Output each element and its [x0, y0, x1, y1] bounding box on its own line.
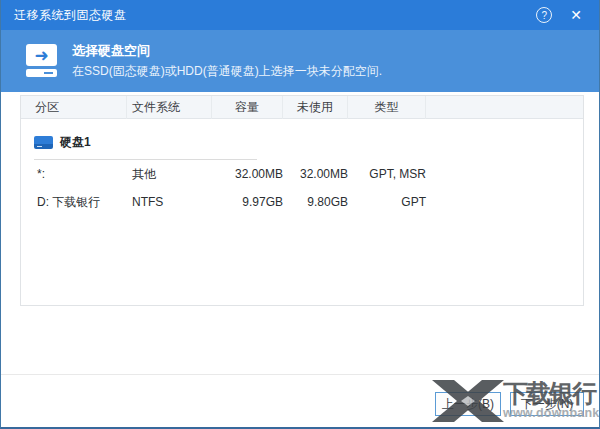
back-button[interactable]: 上一步(B): [435, 392, 501, 416]
cell-capacity: 9.97GB: [212, 195, 283, 209]
col-header-filesystem[interactable]: 文件系统: [127, 96, 212, 119]
right-arrow-icon: ➜: [34, 47, 48, 64]
table-row[interactable]: *: 其他 32.00MB 32.00MB GPT, MSR: [21, 160, 583, 188]
disk-arrow-icon: ➜: [26, 44, 57, 78]
cell-capacity: 32.00MB: [212, 167, 283, 181]
col-header-unused[interactable]: 未使用: [283, 96, 348, 119]
disk-group-row[interactable]: 硬盘1: [21, 119, 583, 159]
next-button[interactable]: 下一步(N): [510, 392, 584, 416]
disk-icon: [34, 136, 53, 149]
cell-filesystem: NTFS: [127, 195, 212, 209]
col-header-partition[interactable]: 分区: [21, 96, 127, 119]
partition-table: 分区 文件系统 容量 未使用 类型 硬盘1 *: 其他 32.00MB 32.0…: [20, 95, 584, 306]
step-subtitle: 在SSD(固态硬盘)或HDD(普通硬盘)上选择一块未分配空间.: [72, 63, 382, 80]
help-icon[interactable]: ?: [536, 7, 552, 23]
wizard-header: ➜ 选择硬盘空间 在SSD(固态硬盘)或HDD(普通硬盘)上选择一块未分配空间.: [1, 30, 599, 92]
drive-square: ➜: [26, 44, 57, 66]
title-bar[interactable]: 迁移系统到固态硬盘 ? ✕: [1, 0, 599, 30]
titlebar-controls: ? ✕: [536, 6, 586, 24]
table-row[interactable]: D: 下载银行 NTFS 9.97GB 9.80GB GPT: [21, 188, 583, 216]
disk-group-label: 硬盘1: [60, 134, 91, 151]
cell-partition: *:: [21, 167, 127, 181]
close-icon[interactable]: ✕: [566, 6, 586, 24]
col-header-capacity[interactable]: 容量: [212, 96, 283, 119]
cell-partition: D: 下载银行: [21, 194, 127, 211]
cell-type: GPT: [348, 195, 426, 209]
col-header-type[interactable]: 类型: [348, 96, 426, 119]
cell-unused: 32.00MB: [283, 167, 348, 181]
cell-type: GPT, MSR: [348, 167, 426, 181]
cell-unused: 9.80GB: [283, 195, 348, 209]
cell-filesystem: 其他: [127, 166, 212, 183]
footer-separator: [1, 374, 599, 375]
window-title: 迁移系统到固态硬盘: [14, 7, 536, 24]
col-header-filler: [426, 96, 583, 119]
table-header-row: 分区 文件系统 容量 未使用 类型: [21, 96, 583, 119]
step-title: 选择硬盘空间: [72, 42, 382, 60]
drive-bar: [26, 69, 57, 77]
wizard-header-text: 选择硬盘空间 在SSD(固态硬盘)或HDD(普通硬盘)上选择一块未分配空间.: [72, 42, 382, 80]
migrate-os-dialog: 迁移系统到固态硬盘 ? ✕ ➜ 选择硬盘空间 在SSD(固态硬盘)或HDD(普通…: [0, 0, 600, 429]
